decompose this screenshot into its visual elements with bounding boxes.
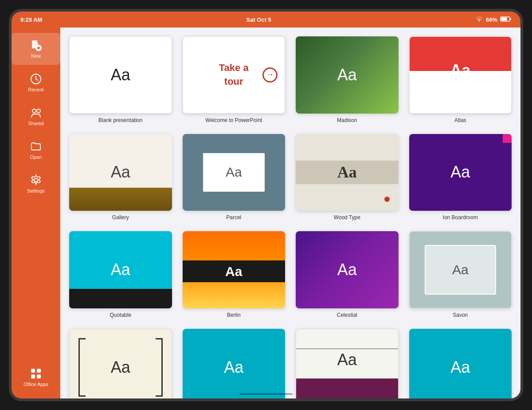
- woodtype-aa: Aa: [337, 163, 357, 181]
- tour-circle: →: [262, 67, 278, 83]
- sidebar-item-open-label: Open: [30, 154, 42, 160]
- template-thumb-madison: Aa: [296, 36, 399, 114]
- shared-icon: [30, 106, 42, 119]
- frame-aa: Aa: [450, 358, 470, 377]
- open-icon: [30, 140, 42, 153]
- template-thumb-woodtype: Aa: [296, 134, 399, 211]
- template-atlas[interactable]: Aa Atlas: [409, 36, 512, 123]
- template-dividend[interactable]: Aa Dividend: [296, 329, 399, 398]
- tour-text-line2: tour: [224, 76, 243, 87]
- template-blank[interactable]: Aa Blank presentation: [69, 36, 172, 123]
- template-thumb-tour: Take a tour →: [183, 36, 286, 114]
- scroll-indicator: [239, 393, 293, 395]
- device-frame: 9:28 AM Sat Oct 5 66%: [9, 9, 523, 401]
- parcel-white-box: Aa: [203, 153, 265, 192]
- sidebar-item-settings[interactable]: Settings: [12, 168, 60, 200]
- status-time: 9:28 AM: [20, 16, 42, 23]
- sidebar: New Recent Shared: [12, 28, 60, 398]
- template-thumb-savon: Aa: [409, 231, 512, 308]
- crop-bracket-right: [156, 338, 163, 397]
- template-woodtype[interactable]: Aa Wood Type: [296, 134, 399, 221]
- sidebar-item-recent[interactable]: Recent: [12, 67, 60, 99]
- sidebar-item-office-apps[interactable]: Office Apps: [12, 361, 60, 393]
- quotable-aa: Aa: [111, 260, 130, 279]
- dividend-top-line: [296, 348, 398, 349]
- dividend-purple-bar: [296, 378, 398, 398]
- template-name-blank: Blank presentation: [98, 117, 142, 123]
- template-name-quotable: Quotable: [110, 312, 131, 318]
- parcel-aa: Aa: [226, 165, 242, 180]
- template-name-berlin: Berlin: [227, 312, 241, 318]
- template-thumb-celestial: Aa: [296, 231, 399, 308]
- template-savon[interactable]: Aa Savon: [409, 231, 512, 318]
- berlin-aa: Aa: [225, 264, 242, 279]
- sidebar-item-shared-label: Shared: [28, 121, 43, 126]
- template-name-madison: Madison: [337, 117, 357, 123]
- ionboardroom-aa: Aa: [450, 163, 470, 181]
- template-crop[interactable]: Aa Crop: [69, 329, 172, 398]
- sidebar-item-shared[interactable]: Shared: [12, 100, 60, 132]
- quotable-black-bottom: [69, 289, 172, 308]
- status-date: Sat Oct 5: [246, 16, 271, 23]
- template-ionboardroom[interactable]: Aa Ion Boardroom: [409, 134, 512, 221]
- template-thumb-quotable: Aa: [69, 231, 172, 308]
- woodtype-dot: [384, 197, 390, 202]
- template-name-parcel: Parcel: [226, 214, 241, 221]
- template-thumb-circuit: Aa: [183, 329, 286, 398]
- template-name-woodtype: Wood Type: [334, 214, 360, 221]
- gallery-aa: Aa: [111, 163, 130, 181]
- svg-point-8: [32, 109, 36, 113]
- template-gallery[interactable]: Aa Gallery: [69, 134, 172, 221]
- template-name-savon: Savon: [453, 312, 468, 318]
- template-name-gallery: Gallery: [112, 214, 129, 221]
- template-parcel[interactable]: Aa Parcel: [183, 134, 286, 221]
- template-circuit[interactable]: Aa Circuit: [183, 329, 286, 398]
- template-frame[interactable]: Aa Frame: [409, 329, 512, 398]
- sidebar-item-open[interactable]: Open: [12, 134, 60, 166]
- template-name-atlas: Atlas: [454, 117, 466, 123]
- sidebar-item-office-apps-label: Office Apps: [23, 382, 48, 387]
- template-name-celestial: Celestial: [337, 312, 357, 318]
- template-madison[interactable]: Aa Madison: [296, 36, 399, 123]
- template-quotable[interactable]: Aa Quotable: [69, 231, 172, 318]
- circuit-aa: Aa: [224, 358, 243, 377]
- template-thumb-frame: Aa: [409, 329, 512, 398]
- sidebar-item-settings-label: Settings: [27, 188, 45, 193]
- svg-rect-11: [31, 369, 35, 373]
- content-area[interactable]: Aa Blank presentation Take a tour → Welc…: [60, 28, 520, 398]
- sidebar-item-new[interactable]: New: [12, 33, 60, 65]
- svg-rect-1: [501, 17, 507, 20]
- template-thumb-ionboardroom: Aa: [409, 134, 512, 211]
- dividend-aa: Aa: [337, 351, 357, 369]
- gallery-wood-strip: [69, 188, 172, 211]
- templates-grid: Aa Blank presentation Take a tour → Welc…: [69, 36, 512, 398]
- svg-rect-13: [31, 375, 35, 378]
- template-name-ionboardroom: Ion Boardroom: [443, 214, 478, 221]
- new-icon: [30, 39, 42, 51]
- atlas-aa: Aa: [450, 61, 470, 80]
- template-thumb-berlin: Aa: [183, 231, 286, 308]
- template-berlin[interactable]: Aa Berlin: [183, 231, 286, 318]
- blank-aa: Aa: [111, 66, 130, 84]
- svg-point-10: [34, 178, 38, 182]
- svg-rect-12: [37, 369, 41, 373]
- template-tour[interactable]: Take a tour → Welcome to PowerPoint: [183, 36, 286, 123]
- wifi-icon: [475, 16, 483, 24]
- template-thumb-parcel: Aa: [183, 134, 286, 211]
- crop-aa: Aa: [111, 358, 130, 377]
- svg-rect-14: [37, 375, 41, 378]
- battery-label: 66%: [486, 16, 497, 23]
- template-thumb-blank: Aa: [69, 36, 172, 114]
- battery-icon: [500, 16, 512, 24]
- status-right: 66%: [475, 16, 512, 24]
- template-thumb-dividend: Aa: [296, 329, 399, 398]
- template-celestial[interactable]: Aa Celestial: [296, 231, 399, 318]
- template-thumb-gallery: Aa: [69, 134, 172, 211]
- sidebar-item-recent-label: Recent: [28, 87, 44, 92]
- svg-point-9: [37, 109, 40, 113]
- crop-bracket-left: [78, 338, 86, 397]
- savon-inner: Aa: [425, 245, 496, 295]
- celestial-aa: Aa: [337, 260, 357, 279]
- recent-icon: [30, 73, 42, 85]
- ionboardroom-corner: [503, 134, 512, 143]
